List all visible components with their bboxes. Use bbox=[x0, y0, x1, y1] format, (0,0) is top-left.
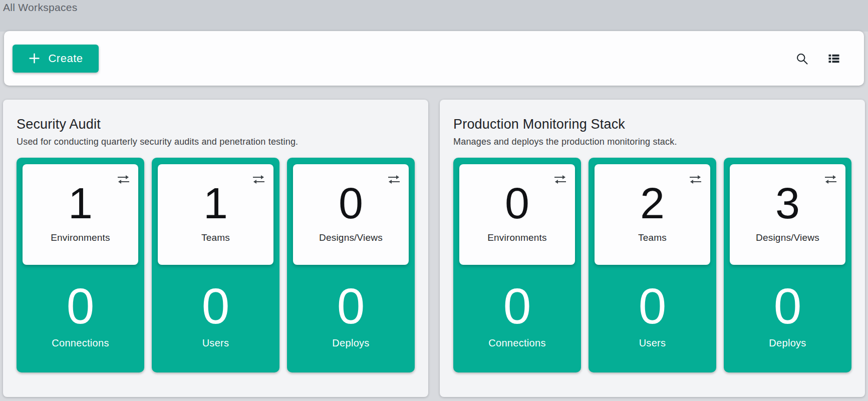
stat-card-top[interactable]: 0 Environments bbox=[459, 164, 575, 265]
workspace-card: Security Audit Used for conducting quart… bbox=[3, 100, 428, 397]
stat-bottom-label: Connections bbox=[52, 337, 109, 349]
stat-top-label: Environments bbox=[51, 232, 110, 243]
stat-card-top[interactable]: 3 Designs/Views bbox=[730, 164, 845, 265]
stat-top-label: Teams bbox=[638, 232, 667, 243]
stat-top-label: Designs/Views bbox=[756, 232, 819, 243]
stat-card[interactable]: 3 Designs/Views 0 Deploys bbox=[724, 158, 851, 372]
stat-card-bottom[interactable]: 0 Users bbox=[152, 265, 279, 372]
stat-bottom-value: 0 bbox=[202, 281, 230, 331]
stat-card-top[interactable]: 1 Teams bbox=[158, 164, 273, 265]
stat-bottom-label: Connections bbox=[488, 337, 545, 349]
transfer-arrows-icon[interactable] bbox=[688, 174, 703, 187]
stat-top-value: 1 bbox=[203, 181, 228, 225]
stat-bottom-value: 0 bbox=[337, 281, 365, 331]
toolbar: Create bbox=[4, 31, 864, 86]
stat-bottom-value: 0 bbox=[639, 281, 667, 331]
stat-bottom-label: Users bbox=[202, 337, 229, 349]
stat-top-value: 2 bbox=[640, 181, 665, 225]
stat-top-value: 1 bbox=[68, 181, 93, 225]
page-title: All Workspaces bbox=[3, 2, 78, 14]
stat-bottom-label: Deploys bbox=[332, 337, 369, 349]
workspace-title: Security Audit bbox=[17, 117, 415, 132]
stat-top-value: 0 bbox=[339, 181, 363, 225]
search-button[interactable] bbox=[793, 50, 811, 68]
create-button[interactable]: Create bbox=[13, 45, 99, 73]
stat-card[interactable]: 0 Designs/Views 0 Deploys bbox=[287, 158, 415, 372]
plus-icon bbox=[28, 52, 41, 65]
transfer-arrows-icon[interactable] bbox=[251, 174, 266, 187]
stat-card[interactable]: 0 Environments 0 Connections bbox=[453, 158, 581, 372]
stat-card-bottom[interactable]: 0 Deploys bbox=[724, 265, 851, 372]
workspace-title: Production Monitoring Stack bbox=[453, 117, 851, 132]
create-button-label: Create bbox=[48, 52, 83, 65]
workspace-description: Used for conducting quarterly security a… bbox=[17, 137, 415, 147]
stat-top-value: 0 bbox=[505, 181, 529, 225]
stat-bottom-value: 0 bbox=[67, 281, 95, 331]
stat-card[interactable]: 1 Environments 0 Connections bbox=[17, 158, 144, 372]
stat-bottom-label: Deploys bbox=[769, 337, 806, 349]
transfer-arrows-icon[interactable] bbox=[823, 174, 838, 187]
stat-top-label: Teams bbox=[201, 232, 230, 243]
top-band bbox=[0, 0, 868, 32]
view-list-icon bbox=[827, 52, 841, 66]
workspaces-row: Security Audit Used for conducting quart… bbox=[3, 100, 865, 397]
transfer-arrows-icon[interactable] bbox=[116, 174, 131, 187]
workspace-card: Production Monitoring Stack Manages and … bbox=[440, 100, 865, 397]
transfer-arrows-icon[interactable] bbox=[387, 174, 401, 187]
stat-card-bottom[interactable]: 0 Connections bbox=[17, 265, 144, 372]
stat-card-top[interactable]: 2 Teams bbox=[595, 164, 710, 265]
stat-bottom-value: 0 bbox=[503, 281, 531, 331]
stat-card-bottom[interactable]: 0 Users bbox=[589, 265, 716, 372]
stats-row: 1 Environments 0 Connections 1 Teams 0 U… bbox=[17, 158, 415, 372]
stat-card-top[interactable]: 0 Designs/Views bbox=[293, 164, 409, 265]
stats-row: 0 Environments 0 Connections 2 Teams 0 U… bbox=[453, 158, 851, 372]
stat-card[interactable]: 1 Teams 0 Users bbox=[152, 158, 279, 372]
stat-top-label: Designs/Views bbox=[319, 232, 383, 243]
transfer-arrows-icon[interactable] bbox=[553, 174, 567, 187]
view-list-button[interactable] bbox=[825, 50, 843, 68]
stat-bottom-label: Users bbox=[639, 337, 666, 349]
search-icon bbox=[795, 52, 809, 66]
stat-top-label: Environments bbox=[487, 232, 547, 243]
stat-card-bottom[interactable]: 0 Connections bbox=[453, 265, 581, 372]
workspace-description: Manages and deploys the production monit… bbox=[453, 137, 851, 147]
stat-card-bottom[interactable]: 0 Deploys bbox=[287, 265, 415, 372]
stat-bottom-value: 0 bbox=[774, 281, 802, 331]
stat-card-top[interactable]: 1 Environments bbox=[23, 164, 138, 265]
stat-top-value: 3 bbox=[775, 181, 800, 225]
stat-card[interactable]: 2 Teams 0 Users bbox=[589, 158, 716, 372]
